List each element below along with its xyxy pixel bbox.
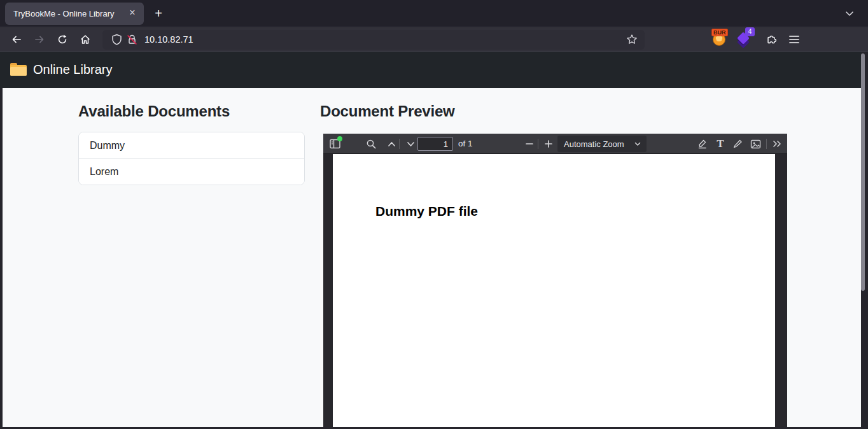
site-title: Online Library xyxy=(33,62,113,77)
extensions-puzzle-icon[interactable] xyxy=(762,31,781,48)
pdf-highlight-tool-button[interactable] xyxy=(694,136,711,152)
browser-toolbar: 10.10.82.71 BUR 4 xyxy=(0,28,868,52)
forward-button[interactable] xyxy=(30,31,49,48)
browser-tab-bar: TryBookMe - Online Library × + xyxy=(0,0,868,27)
bur-extension-label: BUR xyxy=(711,29,728,36)
document-preview-heading: Document Preview xyxy=(320,102,455,120)
url-bar[interactable]: 10.10.82.71 xyxy=(102,30,645,50)
document-list-item-lorem[interactable]: Lorem xyxy=(79,158,304,185)
pdf-zoom-out-button[interactable] xyxy=(521,136,538,152)
hamburger-menu-icon[interactable] xyxy=(785,31,804,48)
bookmark-star-icon[interactable] xyxy=(624,32,640,47)
extension-badge-count: 4 xyxy=(745,27,755,36)
sidebar-notification-dot xyxy=(337,136,342,141)
chevron-down-icon xyxy=(634,140,641,148)
page-scrollbar-thumb[interactable] xyxy=(861,53,865,291)
new-tab-button[interactable]: + xyxy=(150,6,167,22)
reload-button[interactable] xyxy=(53,31,72,48)
site-header: Online Library xyxy=(0,52,861,88)
list-all-tabs-chevron-icon[interactable] xyxy=(843,6,857,20)
insecure-lock-icon[interactable] xyxy=(124,32,139,47)
folder-icon xyxy=(10,64,27,76)
pdf-page-count-label: of 1 xyxy=(458,134,473,154)
pdf-document-text: Dummy PDF file xyxy=(375,204,478,219)
toolbar-separator xyxy=(399,139,400,149)
document-list: Dummy Lorem xyxy=(78,132,305,185)
pdf-page-canvas: Dummy PDF file xyxy=(333,154,775,427)
pdf-toolbar: of 1 Automatic Zoom T xyxy=(323,134,787,154)
text-tool-glyph: T xyxy=(717,137,724,150)
pdf-draw-tool-button[interactable] xyxy=(729,136,746,152)
toolbar-separator xyxy=(766,139,767,149)
pdf-find-button[interactable] xyxy=(363,136,379,152)
browser-tab-active[interactable]: TryBookMe - Online Library × xyxy=(5,3,144,25)
back-button[interactable] xyxy=(7,31,26,48)
burp-proxy-extension-icon[interactable]: BUR xyxy=(710,30,729,49)
tab-title: TryBookMe - Online Library xyxy=(13,9,126,18)
pdf-zoom-value: Automatic Zoom xyxy=(564,139,634,149)
pdf-page-number-input[interactable] xyxy=(417,137,453,151)
url-text[interactable]: 10.10.82.71 xyxy=(144,34,624,45)
pdf-sidebar-toggle-button[interactable] xyxy=(327,136,344,152)
tab-close-icon[interactable]: × xyxy=(126,8,139,20)
document-list-item-dummy[interactable]: Dummy xyxy=(79,132,304,158)
layers-extension-icon[interactable]: 4 xyxy=(734,30,753,49)
pdf-viewer: of 1 Automatic Zoom T xyxy=(323,134,787,427)
page-content: Available Documents Document Preview Dum… xyxy=(3,88,861,427)
pdf-text-tool-button[interactable]: T xyxy=(712,136,729,152)
shield-icon[interactable] xyxy=(109,32,124,47)
home-button[interactable] xyxy=(76,31,95,48)
pdf-add-image-button[interactable] xyxy=(747,136,764,152)
pdf-zoom-select[interactable]: Automatic Zoom xyxy=(557,136,647,152)
pdf-previous-page-button[interactable] xyxy=(383,136,400,152)
toolbar-separator xyxy=(538,139,538,149)
browser-menu-area xyxy=(762,31,804,48)
pdf-zoom-in-button[interactable] xyxy=(540,136,557,152)
pdf-more-tools-button[interactable] xyxy=(769,136,785,152)
extension-buttons: BUR 4 xyxy=(710,30,753,49)
pdf-next-page-button[interactable] xyxy=(402,136,419,152)
available-documents-heading: Available Documents xyxy=(78,102,230,120)
